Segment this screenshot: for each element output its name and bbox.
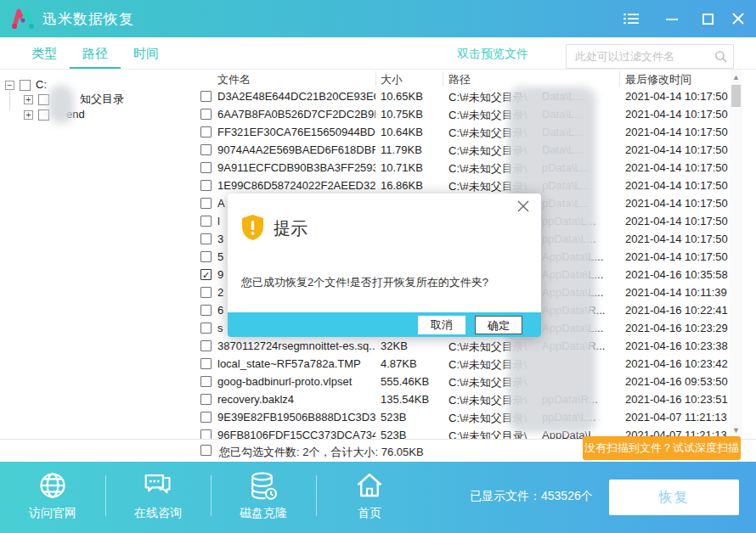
scroll-up-icon[interactable]: ▲ — [730, 71, 742, 83]
file-size: 10.75KB — [381, 108, 445, 121]
row-checkbox[interactable] — [200, 144, 212, 155]
column-header-filename[interactable]: 文件名 — [217, 72, 251, 87]
table-row[interactable]: 6AA7B8FA0B526D7CF2DC2B9E...10.75KBC:\#未知… — [194, 106, 729, 124]
filter-search-input[interactable] — [567, 45, 713, 68]
table-row[interactable]: local_state~RF57a782a.TMP4.87KBC:\#未知父目录… — [194, 356, 729, 373]
row-checkbox[interactable] — [200, 429, 212, 439]
toolbar-item-support[interactable]: 在线咨询 — [111, 470, 205, 525]
tree-node-unknown-parent[interactable]: +知父目录 — [24, 93, 124, 106]
file-name: 9A911ECFCDB90B3BA3FF2593... — [217, 161, 375, 174]
tab-type[interactable]: 类型 — [19, 37, 70, 69]
table-row[interactable]: recovery.baklz4135.54KBC:\#未知父目录\ppData\… — [194, 391, 729, 409]
row-checkbox[interactable] — [200, 287, 212, 298]
expand-icon[interactable]: + — [24, 95, 33, 104]
file-modified-time: 2021-04-16 10:22:41 — [625, 304, 729, 317]
column-header-path[interactable]: 路径 — [449, 72, 471, 87]
dialog-close-icon[interactable] — [516, 199, 533, 216]
row-checkbox[interactable] — [200, 340, 212, 351]
chat-icon — [143, 470, 173, 501]
row-checkbox[interactable] — [200, 251, 212, 262]
globe-icon — [37, 470, 68, 501]
toolbar-item-disk-clone[interactable]: 磁盘克隆 — [217, 470, 310, 525]
row-checkbox[interactable] — [200, 376, 212, 387]
select-all-checkbox[interactable] — [200, 445, 212, 456]
dialog-message: 您已成功恢复2个文件!是否打开恢复所在的文件夹? — [241, 275, 488, 290]
close-icon[interactable] — [729, 11, 748, 26]
table-row[interactable]: 3870112724rsegmnoittet-es.sq...32KBC:\#未… — [194, 338, 729, 356]
dialog-title: 提示 — [274, 217, 307, 240]
file-modified-time: 2021-04-14 10:17:50 — [625, 143, 729, 156]
expand-icon[interactable]: + — [24, 110, 33, 120]
file-size: 16.86KB — [381, 179, 445, 192]
file-size: 135.54KB — [381, 393, 445, 406]
deep-scan-button[interactable]: 没有扫描到文件？试试深度扫描 — [583, 436, 741, 460]
shield-warning-icon — [241, 214, 264, 241]
cancel-button[interactable]: 取消 — [418, 316, 465, 334]
collapse-icon[interactable]: − — [5, 81, 14, 90]
table-row[interactable]: D3A2E48E644DC21B20CE93EC...10.65KBC:\#未知… — [194, 88, 729, 106]
recover-button[interactable]: 恢复 — [609, 480, 739, 515]
minimize-icon[interactable] — [663, 11, 681, 26]
toolbar-item-home[interactable]: 首页 — [323, 470, 416, 525]
row-checkbox[interactable] — [200, 305, 212, 316]
row-checkbox[interactable] — [200, 91, 212, 102]
home-icon — [354, 470, 385, 501]
table-row[interactable]: goog-badbinurl-proto.vlpset555.46KBC:\#未… — [194, 373, 729, 391]
table-row[interactable]: 9074A4A2E569BAED6F618DBF...11.79KBC:\#未知… — [194, 142, 729, 160]
row-checkbox[interactable] — [200, 109, 212, 120]
row-checkbox[interactable] — [200, 216, 212, 227]
file-modified-time: 2021-04-16 09:53:50 — [625, 375, 729, 388]
toolbar-item-label: 首页 — [358, 506, 381, 519]
preview-hint-label: 双击预览文件 — [457, 47, 528, 62]
app-window: 迅米数据恢复 类型 路径 时间 双击预览文件 — [0, 0, 756, 533]
file-name: 3870112724rsegmnoittet-es.sq... — [217, 339, 375, 352]
tab-bar: 类型 路径 时间 双击预览文件 — [0, 37, 756, 70]
toolbar-divider — [316, 475, 317, 516]
file-modified-time: 2021-04-14 10:17:50 — [625, 233, 729, 245]
app-title: 迅米数据恢复 — [42, 9, 134, 29]
file-name: 1E99C86D58724022F2AEED32... — [217, 179, 375, 192]
toolbar-item-label: 访问官网 — [29, 506, 76, 519]
tab-time[interactable]: 时间 — [121, 37, 172, 69]
row-checkbox[interactable] — [200, 323, 212, 334]
row-checkbox[interactable] — [200, 394, 212, 405]
row-checkbox[interactable] — [200, 233, 212, 244]
row-checkbox[interactable] — [200, 198, 212, 209]
row-checkbox[interactable] — [200, 162, 212, 173]
tree-checkbox[interactable] — [20, 80, 31, 91]
file-size: 4.87KB — [381, 357, 445, 370]
ok-button[interactable]: 确定 — [475, 316, 522, 334]
file-modified-time: 2021-04-07 11:21:13 — [625, 411, 729, 424]
tree-node-drive-c[interactable]: −C: — [5, 78, 47, 92]
row-checkbox[interactable] — [200, 180, 212, 191]
file-name: FF321EF30CA76E15650944BD8... — [217, 126, 375, 138]
toolbar-divider — [105, 475, 106, 516]
menu-list-icon[interactable] — [622, 11, 640, 26]
scrollbar-thumb[interactable] — [731, 85, 741, 107]
file-modified-time: 2021-04-16 10:23:38 — [625, 339, 729, 352]
row-checkbox[interactable] — [200, 126, 212, 137]
table-row[interactable]: 1E99C86D58724022F2AEED32...16.86KBC:\#未知… — [194, 177, 729, 195]
vertical-scrollbar[interactable]: ▲ ▼ — [730, 70, 742, 439]
toolbar-item-website[interactable]: 访问官网 — [6, 470, 99, 525]
file-modified-time: 2021-04-14 10:11:39 — [625, 286, 729, 299]
scroll-down-icon[interactable]: ▼ — [730, 424, 742, 436]
prompt-dialog: 提示 您已成功恢复2个文件!是否打开恢复所在的文件夹? 取消 确定 — [228, 194, 541, 337]
row-checkbox[interactable] — [200, 358, 212, 369]
column-divider — [619, 71, 620, 87]
table-row[interactable]: 9A911ECFCDB90B3BA3FF2593...10.71KBC:\#未知… — [194, 160, 729, 177]
app-logo-icon — [10, 7, 36, 31]
maximize-icon[interactable] — [698, 11, 717, 26]
bottom-toolbar: 访问官网 在线咨询 磁盘克隆 — [0, 462, 756, 533]
column-header-modified[interactable]: 最后修改时间 — [625, 72, 691, 87]
table-row[interactable]: 9E39E82FB19506B888D1C3D3...523BC:\#未知父目录… — [194, 409, 729, 427]
file-name: 6AA7B8FA0B526D7CF2DC2B9E... — [217, 108, 375, 121]
file-table-header: 文件名 大小 路径 最后修改时间 — [194, 70, 729, 88]
toolbar-divider — [211, 475, 212, 516]
table-row[interactable]: FF321EF30CA76E15650944BD8...10.64KBC:\#未… — [194, 124, 729, 142]
file-modified-time: 2021-04-14 10:17:50 — [625, 90, 729, 103]
tab-path[interactable]: 路径 — [70, 37, 121, 69]
row-checkbox[interactable] — [200, 412, 212, 423]
column-header-size[interactable]: 大小 — [381, 72, 403, 87]
row-checkbox[interactable]: ✓ — [200, 269, 212, 280]
